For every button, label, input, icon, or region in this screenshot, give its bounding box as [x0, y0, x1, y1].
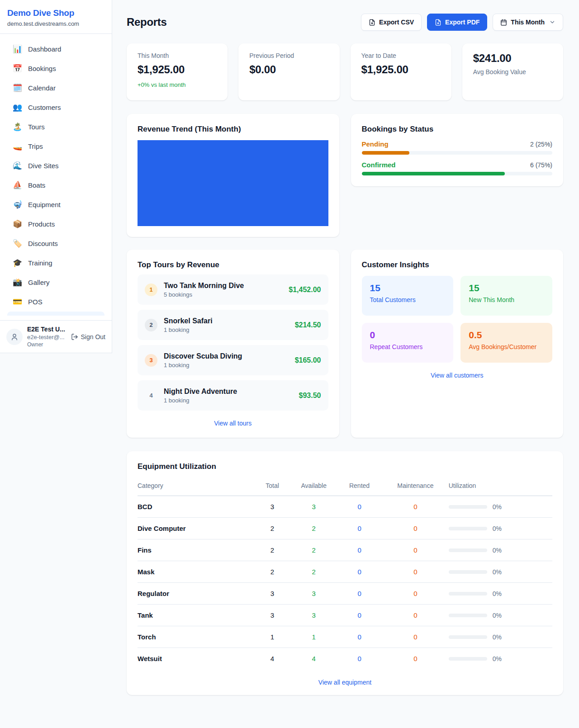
cell-total: 2 [254, 518, 291, 539]
cell-total: 1 [254, 626, 291, 648]
view-all-tours-link[interactable]: View all tours [138, 420, 328, 427]
revenue-trend-card: Revenue Trend (This Month) [127, 114, 339, 237]
cell-utilization: 0% [449, 561, 552, 583]
sidebar-item-label: Dive Sites [28, 162, 59, 170]
view-all-equipment-link[interactable]: View all equipment [138, 679, 552, 686]
cell-utilization: 0% [449, 626, 552, 648]
insight-label: Total Customers [370, 296, 446, 303]
insight-label: Repeat Customers [370, 343, 446, 350]
trips-icon: 🚤 [13, 142, 22, 151]
utilization-bar [449, 614, 487, 617]
utilization-percent: 0% [493, 590, 502, 597]
cell-maintenance: 0 [382, 496, 449, 518]
utilization-bar [449, 548, 487, 552]
sidebar-item-dashboard[interactable]: 📊Dashboard [4, 39, 108, 59]
sidebar-item-bookings[interactable]: 📅Bookings [4, 59, 108, 78]
cell-category: Mask [138, 561, 254, 583]
col-header-total: Total [254, 477, 291, 496]
cell-maintenance: 0 [382, 605, 449, 626]
cell-rented: 0 [337, 518, 382, 539]
cell-category: Tank [138, 605, 254, 626]
page-header: Reports Export CSV Export PDF This Month [127, 14, 563, 31]
table-row: Wetsuit44000% [138, 648, 552, 670]
utilization-bar [449, 570, 487, 574]
brand: Demo Dive Shop demo.test.divestreams.com [0, 6, 112, 33]
table-row: Fins22000% [138, 539, 552, 561]
period-label: This Month [511, 19, 545, 26]
page-title: Reports [127, 16, 167, 28]
main-content: Reports Export CSV Export PDF This Month… [112, 0, 579, 713]
rank-badge: 2 [145, 319, 157, 331]
export-pdf-button[interactable]: Export PDF [427, 14, 487, 31]
sidebar-item-equipment[interactable]: 🤿Equipment [4, 195, 108, 214]
stat-value: $1,925.00 [138, 63, 217, 76]
sidebar-item-boats[interactable]: ⛵Boats [4, 175, 108, 195]
top-tours-title: Top Tours by Revenue [138, 260, 328, 269]
tour-name: Discover Scuba Diving [164, 352, 289, 360]
insight-tiles: 15 Total Customers 15 New This Month 0 R… [362, 276, 553, 363]
insight-tile-total-customers: 15 Total Customers [362, 276, 454, 316]
sidebar-item-calendar[interactable]: 🗓️Calendar [4, 78, 108, 98]
cell-total: 2 [254, 561, 291, 583]
tour-bookings: 1 booking [164, 362, 289, 369]
status-row-confirmed: Confirmed 6 (75%) [362, 161, 553, 175]
sidebar-item-tours[interactable]: 🏝️Tours [4, 117, 108, 137]
gallery-icon: 📸 [13, 278, 22, 287]
tour-row: 1 Two Tank Morning Dive5 bookings $1,452… [138, 274, 328, 305]
cell-category: Wetsuit [138, 648, 254, 670]
top-tours-card: Top Tours by Revenue 1 Two Tank Morning … [127, 250, 339, 438]
cell-rented: 0 [337, 605, 382, 626]
sidebar-item-label: Training [28, 259, 52, 267]
sidebar-item-products[interactable]: 📦Products [4, 214, 108, 234]
equipment-utilization-title: Equipment Utilization [138, 462, 552, 471]
calendar-icon: 🗓️ [13, 83, 22, 93]
cell-available: 2 [291, 561, 337, 583]
col-header-maintenance: Maintenance [382, 477, 449, 496]
insight-value: 15 [469, 283, 544, 293]
tours-icon: 🏝️ [13, 122, 22, 132]
cell-total: 3 [254, 583, 291, 605]
status-bar-track [362, 151, 553, 155]
cell-maintenance: 0 [382, 539, 449, 561]
cell-rented: 0 [337, 583, 382, 605]
revenue-trend-title: Revenue Trend (This Month) [138, 125, 328, 134]
cell-category: Regulator [138, 583, 254, 605]
table-row: Dive Computer22000% [138, 518, 552, 539]
avatar [6, 329, 23, 345]
status-value: 2 (25%) [530, 141, 552, 148]
sidebar-item-gallery[interactable]: 📸Gallery [4, 273, 108, 292]
status-bar-fill [362, 151, 409, 155]
tour-revenue: $93.50 [299, 392, 321, 400]
customers-icon: 👥 [13, 103, 22, 112]
col-header-category: Category [138, 477, 254, 496]
customer-insights-title: Customer Insights [362, 260, 553, 269]
tour-row: 4 Night Dive Adventure1 booking $93.50 [138, 380, 328, 411]
utilization-bar [449, 592, 487, 596]
chevron-down-icon [549, 19, 555, 25]
export-csv-button[interactable]: Export CSV [361, 14, 422, 31]
sign-out-button[interactable]: Sign Out [71, 333, 105, 340]
stat-value: $0.00 [249, 63, 328, 76]
file-download-icon [435, 19, 441, 26]
utilization-percent: 0% [493, 525, 502, 532]
period-select[interactable]: This Month [493, 14, 563, 31]
cell-rented: 0 [337, 496, 382, 518]
sign-out-label: Sign Out [81, 333, 105, 340]
sidebar-item-reports-selected[interactable] [7, 312, 104, 316]
equipment-table: Category Total Available Rented Maintena… [138, 477, 552, 670]
sidebar-item-trips[interactable]: 🚤Trips [4, 137, 108, 156]
sidebar-item-customers[interactable]: 👥Customers [4, 98, 108, 117]
sidebar-item-label: Dashboard [28, 45, 61, 53]
sidebar-item-training[interactable]: 🎓Training [4, 253, 108, 273]
bookings-icon: 📅 [13, 64, 22, 73]
cell-category: Torch [138, 626, 254, 648]
insight-tile-new-this-month: 15 New This Month [460, 276, 552, 316]
stat-label: This Month [138, 52, 217, 59]
cell-rented: 0 [337, 561, 382, 583]
sidebar-item-dive-sites[interactable]: 🌊Dive Sites [4, 156, 108, 175]
sidebar-item-discounts[interactable]: 🏷️Discounts [4, 234, 108, 253]
cell-available: 3 [291, 496, 337, 518]
sidebar-item-pos[interactable]: 💳POS [4, 292, 108, 312]
view-all-customers-link[interactable]: View all customers [362, 372, 553, 379]
table-row: Regulator33000% [138, 583, 552, 605]
